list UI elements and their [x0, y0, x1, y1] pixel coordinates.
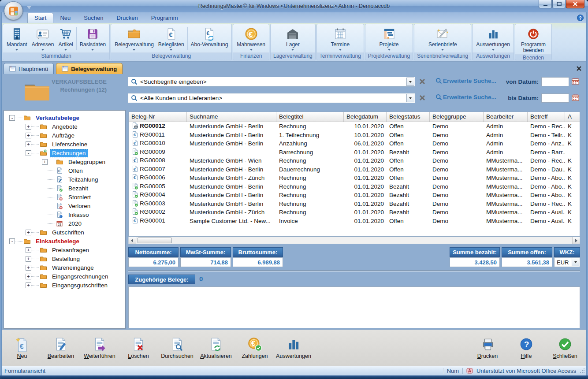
column-header-beleggruppe[interactable]: Beleggruppe	[430, 112, 484, 122]
bis-datum-input[interactable]	[541, 93, 569, 103]
search-dropdown-button[interactable]	[406, 78, 414, 86]
tree-item-eingangsgutschriften[interactable]: +Eingangsgutschriften	[4, 281, 125, 290]
von-datum-input[interactable]	[541, 77, 569, 86]
tree-item-2020[interactable]: 232020	[4, 219, 125, 228]
tree-item-einkaufsbelege[interactable]: -Einkaufsbelege	[4, 237, 125, 245]
bearbeiten-button[interactable]: Bearbeiten	[45, 337, 76, 359]
quick-access-toolbar-arrow[interactable]	[26, 4, 32, 11]
table-row-rg00010[interactable]: €RG00010Musterkunde GmbH - BerlinAnzahlu…	[129, 139, 580, 148]
column-header-betreff[interactable]: Betreff	[528, 112, 565, 122]
calendar-picker-icon[interactable]: siminis	[571, 93, 580, 104]
column-header-beleg-nr[interactable]: Beleg-Nr	[129, 112, 187, 122]
schliessen-button[interactable]: Schließen	[550, 337, 581, 359]
tree-item-verkaufsbelege[interactable]: -Verkaufsbelege	[4, 113, 125, 122]
tree-item-aufträge[interactable]: +Aufträge	[4, 131, 125, 140]
scroll-right-icon[interactable]	[572, 237, 580, 244]
expand-icon[interactable]: +	[26, 133, 31, 138]
artikel-button[interactable]: Artikel	[56, 25, 75, 51]
expand-icon[interactable]: +	[26, 230, 31, 235]
table-row-rg00009[interactable]: RG00009Barrechnung01.01.2020BezahltDemoA…	[129, 148, 580, 157]
wkz-dropdown-button[interactable]	[572, 258, 579, 266]
table-row-rg00008[interactable]: €RG00008Musterkunde GmbH - WienRechnung0…	[129, 156, 580, 165]
tab-belegverwaltung[interactable]: Belegverwaltung	[56, 63, 123, 74]
expand-icon[interactable]: +	[42, 159, 48, 165]
tree-item-preisanfragen[interactable]: +Preisanfragen	[4, 245, 125, 254]
table-row-rg00012[interactable]: RG00012Musterkunde GmbH - BerlinRechnung…	[129, 122, 580, 131]
abo-verwaltung-button[interactable]: € Abo-Verwaltung	[189, 25, 231, 48]
basisdaten-button[interactable]: Basisdaten	[78, 25, 108, 51]
mandant-button[interactable]: Mandant	[4, 25, 30, 51]
table-row-rg00006[interactable]: €RG00006Musterkunde GmbH - ZürichRechnun…	[129, 174, 580, 182]
drucken-button[interactable]: Drucken	[472, 337, 503, 359]
customer-dropdown-button[interactable]	[406, 94, 414, 102]
table-row-rg00002[interactable]: RG00002Musterkunde GmbH - ZürichRechnung…	[129, 208, 580, 217]
calendar-picker-icon[interactable]: siminis	[571, 77, 580, 87]
aktualisieren-button[interactable]: Aktualisieren	[201, 337, 231, 359]
close-button[interactable]	[566, 0, 584, 8]
expand-icon[interactable]: +	[26, 265, 31, 271]
help-icon[interactable]: ?	[577, 15, 584, 23]
ribbon-tab-start[interactable]: Start	[27, 13, 53, 23]
scrollbar-thumb[interactable]	[138, 238, 172, 243]
column-header-belegstatus[interactable]: Belegstatus	[387, 112, 430, 122]
resize-grip[interactable]	[580, 368, 585, 374]
expand-icon[interactable]: +	[26, 124, 31, 130]
table-row-rg00007[interactable]: €RG00007Musterkunde GmbH - BerlinDauerre…	[129, 165, 580, 174]
column-header-belegtitel[interactable]: Belegtitel	[276, 112, 344, 122]
collapse-icon[interactable]: -	[9, 238, 15, 244]
mahnwesen-button[interactable]: € Mahnwesen	[234, 25, 268, 51]
tree-item-beleggruppen[interactable]: +Beleggruppen	[4, 157, 125, 166]
close-tab-icon[interactable]	[576, 65, 582, 73]
clear-search-icon[interactable]	[419, 78, 426, 87]
wkz-select[interactable]: EUR	[554, 257, 580, 267]
hilfe-button[interactable]: ? Hilfe	[511, 337, 542, 359]
durchsuchen-button[interactable]: Durchsuchen	[162, 337, 193, 359]
tree-item-bezahlt[interactable]: Bezahlt	[4, 184, 125, 193]
lager-button[interactable]: Lager	[283, 25, 302, 51]
neu-button[interactable]: € Neu	[7, 337, 37, 359]
tree-item-offen[interactable]: €Offen	[4, 166, 125, 175]
table-row-rg00005[interactable]: RG00005Musterkunde GmbH - BerlinRechnung…	[129, 182, 580, 191]
application-menu-button[interactable]	[4, 1, 23, 20]
table-row-rg00003[interactable]: RG00003Musterkunde GmbH - BerlinRechnung…	[129, 200, 580, 208]
column-header-a[interactable]: A	[565, 112, 580, 122]
zahlungen-button[interactable]: € Zahlungen	[239, 337, 270, 359]
advanced-search-link-1[interactable]: Erweiterte Suche...	[435, 78, 496, 84]
expand-icon[interactable]: +	[26, 282, 31, 288]
tree-item-inkasso[interactable]: Inkasso	[4, 210, 125, 219]
table-row-rg00001[interactable]: €RG00001Sample Customer Ltd. - New...Inv…	[129, 217, 580, 226]
expand-icon[interactable]: +	[26, 247, 31, 253]
tree-item-teilzahlung[interactable]: Teilzahlung	[4, 175, 125, 184]
advanced-search-link-2[interactable]: Erweiterte Suche...	[435, 94, 496, 100]
column-header-suchname[interactable]: Suchname	[187, 112, 276, 122]
collapse-icon[interactable]: -	[9, 115, 15, 121]
weiterfuehren-button[interactable]: Weiterführen	[84, 337, 115, 359]
ribbon-tab-programm[interactable]: Programm	[145, 13, 185, 23]
collapse-icon[interactable]: -	[26, 150, 31, 156]
tab-hauptmenu[interactable]: Hauptmenü	[4, 63, 54, 74]
clear-customer-filter-icon[interactable]	[419, 94, 426, 103]
tree-item-wareneingänge[interactable]: +Wareneingänge	[4, 263, 125, 272]
serienbriefe-button[interactable]: Serienbriefe	[426, 25, 459, 51]
tree-item-rechnungen[interactable]: -Rechnungen	[4, 149, 125, 157]
expand-icon[interactable]: +	[26, 141, 31, 147]
horizontal-scrollbar[interactable]	[128, 237, 580, 244]
tree-item-lieferscheine[interactable]: +Lieferscheine	[4, 140, 125, 149]
belegverwaltung-button[interactable]: Belegverwaltung	[112, 25, 156, 51]
tree-item-storniert[interactable]: Storniert	[4, 193, 125, 201]
table-row-rg00011[interactable]: €RG00011Musterkunde GmbH - Berlin1. Teil…	[129, 131, 580, 140]
projekte-button[interactable]: Projekte	[377, 25, 401, 51]
ribbon-tab-neu[interactable]: Neu	[53, 13, 77, 23]
loeschen-button[interactable]: Löschen	[123, 337, 154, 359]
column-header-belegdatum[interactable]: Belegdatum	[344, 112, 387, 122]
title-bar[interactable]: RechnungsMaster© für Windows <Unternehme…	[0, 0, 588, 12]
tree-item-angebote[interactable]: +Angebote	[4, 122, 125, 131]
tree-item-gutschriften[interactable]: +Gutschriften	[4, 228, 125, 237]
expand-icon[interactable]: +	[26, 256, 31, 262]
table-row-rg00004[interactable]: RG00004Musterkunde GmbH - BerlinRechnung…	[129, 191, 580, 200]
minimize-button[interactable]	[539, 0, 552, 8]
tree-item-bestellung[interactable]: +Bestellung	[4, 254, 125, 263]
programm-beenden-button[interactable]: Programm beenden	[517, 25, 550, 53]
tree-item-eingangsrechnungen[interactable]: +Eingangsrechnungen	[4, 272, 125, 281]
tree-item-verloren[interactable]: Verloren	[4, 201, 125, 210]
